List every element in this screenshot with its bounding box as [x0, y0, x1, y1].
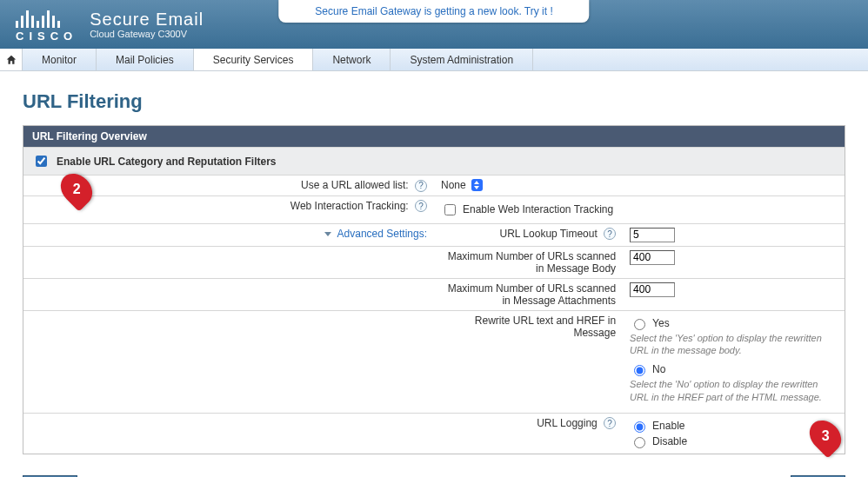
help-icon[interactable]: ? — [604, 228, 616, 240]
allowed-list-value: None — [441, 179, 466, 191]
help-icon[interactable]: ? — [415, 200, 427, 212]
rewrite-yes-hint: Select the 'Yes' option to display the r… — [630, 332, 838, 358]
panel-title: URL Filtering Overview — [23, 126, 845, 147]
logging-enable-radio[interactable] — [634, 421, 645, 433]
main-nav: Monitor Mail Policies Security Services … — [0, 49, 868, 71]
enable-section: Enable URL Category and Reputation Filte… — [23, 147, 845, 175]
rewrite-no-option[interactable]: No — [630, 362, 838, 376]
rewrite-yes-option[interactable]: Yes — [630, 316, 838, 330]
nav-security-services[interactable]: Security Services — [194, 49, 314, 70]
nav-spacer — [533, 49, 868, 70]
product-subtitle: Cloud Gateway C300V — [90, 29, 204, 39]
nav-system-admin[interactable]: System Administration — [391, 49, 533, 70]
advanced-settings-toggle[interactable]: Advanced Settings: — [23, 223, 434, 246]
rewrite-yes-label: Yes — [652, 317, 670, 329]
web-tracking-option[interactable]: Enable Web Interaction Tracking — [441, 202, 838, 218]
rewrite-no-hint: Select the 'No' option to display the re… — [630, 378, 838, 404]
logging-enable-label: Enable — [652, 420, 684, 432]
web-tracking-checkbox-label: Enable Web Interaction Tracking — [463, 203, 613, 215]
nav-monitor[interactable]: Monitor — [23, 49, 97, 70]
logging-disable-radio[interactable] — [634, 437, 645, 448]
caret-down-icon — [324, 232, 331, 236]
cisco-logo-icon: CISCO — [16, 7, 77, 43]
dropdown-arrows-icon — [471, 179, 483, 191]
home-icon[interactable] — [0, 49, 23, 70]
logging-label: URL Logging ? — [434, 413, 623, 454]
new-look-banner[interactable]: Secure Email Gateway is getting a new lo… — [278, 0, 589, 23]
help-icon[interactable]: ? — [604, 417, 616, 429]
logging-enable-option[interactable]: Enable — [630, 419, 838, 433]
rewrite-yes-radio[interactable] — [634, 319, 645, 330]
nav-mail-policies[interactable]: Mail Policies — [97, 49, 194, 70]
max-attachments-input[interactable] — [630, 282, 675, 297]
max-body-input[interactable] — [630, 250, 675, 265]
top-bar: CISCO Secure Email Cloud Gateway C300V S… — [0, 0, 868, 49]
nav-network[interactable]: Network — [313, 49, 391, 70]
rewrite-no-radio[interactable] — [634, 365, 645, 376]
max-body-label: Maximum Number of URLs scanned in Messag… — [434, 246, 623, 278]
enable-filters-checkbox[interactable] — [36, 156, 47, 167]
url-filtering-panel: URL Filtering Overview Enable URL Catego… — [23, 125, 845, 454]
lookup-timeout-label: URL Lookup Timeout ? — [434, 223, 623, 246]
rewrite-label: Rewrite URL text and HREF in Message — [434, 310, 623, 413]
logging-disable-option[interactable]: Disable — [630, 434, 838, 448]
enable-filters-label: Enable URL Category and Reputation Filte… — [57, 156, 276, 168]
web-tracking-checkbox[interactable] — [444, 204, 456, 215]
page-title: URL Filtering — [23, 90, 845, 113]
help-icon[interactable]: ? — [415, 180, 427, 192]
allowed-list-select[interactable]: None — [441, 179, 483, 191]
product-name: Secure Email — [90, 10, 204, 29]
brand-block: CISCO Secure Email Cloud Gateway C300V — [16, 7, 204, 43]
logging-disable-label: Disable — [652, 435, 687, 447]
lookup-timeout-input[interactable] — [630, 228, 675, 242]
rewrite-no-label: No — [652, 363, 665, 375]
max-attachments-label: Maximum Number of URLs scanned in Messag… — [434, 278, 623, 310]
vendor-name: CISCO — [16, 30, 77, 43]
